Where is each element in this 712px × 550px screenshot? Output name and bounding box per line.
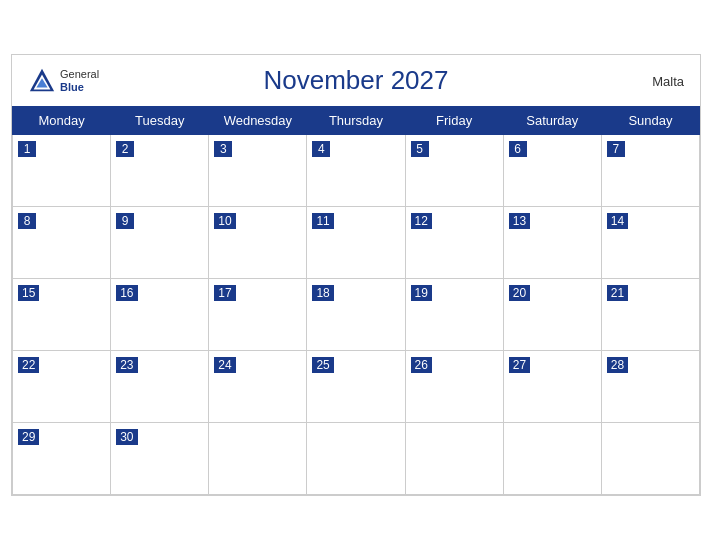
day-number-13: 13 bbox=[509, 213, 530, 229]
day-number-26: 26 bbox=[411, 357, 432, 373]
calendar-container: General Blue November 2027 Malta Monday … bbox=[11, 54, 701, 496]
day-number-2: 2 bbox=[116, 141, 134, 157]
day-cell-19: 19 bbox=[405, 279, 503, 351]
header-saturday: Saturday bbox=[503, 107, 601, 135]
day-cell-7: 7 bbox=[601, 135, 699, 207]
day-cell-4: 4 bbox=[307, 135, 405, 207]
day-number-16: 16 bbox=[116, 285, 137, 301]
header-friday: Friday bbox=[405, 107, 503, 135]
day-number-30: 30 bbox=[116, 429, 137, 445]
day-cell-21: 21 bbox=[601, 279, 699, 351]
day-number-21: 21 bbox=[607, 285, 628, 301]
day-number-28: 28 bbox=[607, 357, 628, 373]
day-cell-11: 11 bbox=[307, 207, 405, 279]
day-cell-1: 1 bbox=[13, 135, 111, 207]
day-number-3: 3 bbox=[214, 141, 232, 157]
logo-area: General Blue bbox=[28, 67, 99, 95]
day-cell-27: 27 bbox=[503, 351, 601, 423]
day-cell-13: 13 bbox=[503, 207, 601, 279]
weekday-header-row: Monday Tuesday Wednesday Thursday Friday… bbox=[13, 107, 700, 135]
day-number-29: 29 bbox=[18, 429, 39, 445]
day-cell-24: 24 bbox=[209, 351, 307, 423]
day-cell-5: 5 bbox=[405, 135, 503, 207]
header-tuesday: Tuesday bbox=[111, 107, 209, 135]
calendar-header: General Blue November 2027 Malta bbox=[12, 55, 700, 106]
day-number-1: 1 bbox=[18, 141, 36, 157]
day-number-14: 14 bbox=[607, 213, 628, 229]
day-cell-17: 17 bbox=[209, 279, 307, 351]
day-cell-22: 22 bbox=[13, 351, 111, 423]
logo-general-text: General bbox=[60, 68, 99, 80]
week-row-5: 2930 bbox=[13, 423, 700, 495]
week-row-3: 15161718192021 bbox=[13, 279, 700, 351]
calendar-title: November 2027 bbox=[264, 65, 449, 96]
day-cell-12: 12 bbox=[405, 207, 503, 279]
week-row-1: 1234567 bbox=[13, 135, 700, 207]
day-cell-14: 14 bbox=[601, 207, 699, 279]
day-cell-empty-6 bbox=[601, 423, 699, 495]
header-monday: Monday bbox=[13, 107, 111, 135]
day-number-25: 25 bbox=[312, 357, 333, 373]
day-cell-25: 25 bbox=[307, 351, 405, 423]
day-number-6: 6 bbox=[509, 141, 527, 157]
day-number-19: 19 bbox=[411, 285, 432, 301]
day-number-10: 10 bbox=[214, 213, 235, 229]
day-cell-20: 20 bbox=[503, 279, 601, 351]
day-cell-28: 28 bbox=[601, 351, 699, 423]
header-wednesday: Wednesday bbox=[209, 107, 307, 135]
day-number-22: 22 bbox=[18, 357, 39, 373]
logo-text: General Blue bbox=[60, 68, 99, 92]
day-number-11: 11 bbox=[312, 213, 333, 229]
day-cell-30: 30 bbox=[111, 423, 209, 495]
day-number-5: 5 bbox=[411, 141, 429, 157]
day-cell-26: 26 bbox=[405, 351, 503, 423]
header-thursday: Thursday bbox=[307, 107, 405, 135]
day-cell-29: 29 bbox=[13, 423, 111, 495]
country-label: Malta bbox=[652, 73, 684, 88]
day-cell-6: 6 bbox=[503, 135, 601, 207]
day-number-23: 23 bbox=[116, 357, 137, 373]
day-cell-2: 2 bbox=[111, 135, 209, 207]
general-blue-logo-icon bbox=[28, 67, 56, 95]
day-cell-10: 10 bbox=[209, 207, 307, 279]
day-number-12: 12 bbox=[411, 213, 432, 229]
day-number-4: 4 bbox=[312, 141, 330, 157]
week-row-2: 891011121314 bbox=[13, 207, 700, 279]
day-number-7: 7 bbox=[607, 141, 625, 157]
day-cell-empty-3 bbox=[307, 423, 405, 495]
day-cell-8: 8 bbox=[13, 207, 111, 279]
day-cell-empty-2 bbox=[209, 423, 307, 495]
calendar-table: Monday Tuesday Wednesday Thursday Friday… bbox=[12, 106, 700, 495]
day-cell-9: 9 bbox=[111, 207, 209, 279]
day-number-18: 18 bbox=[312, 285, 333, 301]
day-cell-empty-5 bbox=[503, 423, 601, 495]
logo-blue-text: Blue bbox=[60, 81, 99, 93]
day-cell-18: 18 bbox=[307, 279, 405, 351]
day-number-17: 17 bbox=[214, 285, 235, 301]
day-cell-23: 23 bbox=[111, 351, 209, 423]
day-cell-15: 15 bbox=[13, 279, 111, 351]
day-number-27: 27 bbox=[509, 357, 530, 373]
week-row-4: 22232425262728 bbox=[13, 351, 700, 423]
day-number-9: 9 bbox=[116, 213, 134, 229]
day-number-8: 8 bbox=[18, 213, 36, 229]
day-cell-empty-4 bbox=[405, 423, 503, 495]
day-cell-3: 3 bbox=[209, 135, 307, 207]
day-number-24: 24 bbox=[214, 357, 235, 373]
day-number-20: 20 bbox=[509, 285, 530, 301]
header-sunday: Sunday bbox=[601, 107, 699, 135]
day-cell-16: 16 bbox=[111, 279, 209, 351]
day-number-15: 15 bbox=[18, 285, 39, 301]
